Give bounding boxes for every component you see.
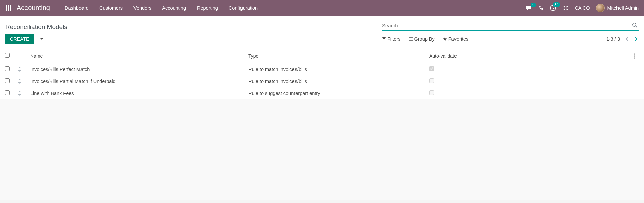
svg-rect-4 <box>8 7 9 9</box>
table-row[interactable]: Invoices/Bills Partial Match if Underpai… <box>0 75 644 87</box>
menu-dashboard[interactable]: Dashboard <box>59 0 94 16</box>
search-bar[interactable] <box>382 21 639 31</box>
favorites-button[interactable]: Favorites <box>443 36 469 42</box>
menu-accounting[interactable]: Accounting <box>157 0 192 16</box>
apps-icon[interactable] <box>5 5 12 11</box>
chevron-right-icon <box>635 37 638 41</box>
create-button[interactable]: CREATE <box>5 34 34 44</box>
cell-name: Line with Bank Fees <box>27 87 245 99</box>
table-row[interactable]: Line with Bank FeesRule to suggest count… <box>0 87 644 99</box>
col-type[interactable]: Type <box>245 49 426 63</box>
company-switcher[interactable]: CA CO <box>575 5 590 11</box>
funnel-icon <box>382 37 386 41</box>
avatar <box>596 4 605 12</box>
cell-type: Rule to match invoices/bills <box>245 63 426 75</box>
list-view: Name Type Auto-validate Invoices/Bills P… <box>0 49 644 99</box>
pager-prev[interactable] <box>625 36 629 42</box>
svg-rect-5 <box>10 7 11 9</box>
svg-rect-2 <box>10 5 11 7</box>
control-panel: Reconciliation Models CREATE Filters Gro… <box>0 16 644 49</box>
svg-rect-8 <box>10 9 11 11</box>
cell-auto <box>426 87 631 99</box>
menu-reporting[interactable]: Reporting <box>192 0 223 16</box>
pager: 1-3 / 3 <box>606 36 639 42</box>
filters-label: Filters <box>387 36 400 42</box>
svg-rect-0 <box>6 5 7 7</box>
columns-menu-icon[interactable] <box>634 53 641 59</box>
filters-button[interactable]: Filters <box>382 36 400 42</box>
drag-handle-icon[interactable] <box>15 87 27 99</box>
messages-badge: 9 <box>531 3 536 7</box>
cell-type: Rule to match invoices/bills <box>245 75 426 87</box>
col-auto[interactable]: Auto-validate <box>426 49 631 63</box>
import-icon[interactable] <box>39 36 44 42</box>
star-icon <box>443 37 447 41</box>
topnav-right: 9 34 CA CO Mitchell Admin <box>526 4 639 12</box>
auto-validate-checkbox <box>429 90 434 95</box>
messages-icon[interactable]: 9 <box>526 5 532 11</box>
col-name[interactable]: Name <box>27 49 245 63</box>
groupby-label: Group By <box>414 36 434 42</box>
table-row[interactable]: Invoices/Bills Perfect MatchRule to matc… <box>0 63 644 75</box>
svg-point-13 <box>634 57 635 58</box>
svg-point-11 <box>634 53 635 54</box>
row-checkbox[interactable] <box>5 90 10 95</box>
svg-point-12 <box>634 55 635 56</box>
row-checkbox[interactable] <box>5 66 10 71</box>
breadcrumb: Reconciliation Models <box>5 23 67 31</box>
menu-configuration[interactable]: Configuration <box>223 0 263 16</box>
svg-rect-6 <box>6 9 7 11</box>
main-menu: Dashboard Customers Vendors Accounting R… <box>59 0 263 16</box>
debug-icon[interactable] <box>562 5 569 11</box>
groupby-button[interactable]: Group By <box>409 36 434 42</box>
drag-handle-icon[interactable] <box>15 75 27 87</box>
favorites-label: Favorites <box>448 36 469 42</box>
table-header-row: Name Type Auto-validate <box>0 49 644 63</box>
top-nav: Accounting Dashboard Customers Vendors A… <box>0 0 644 16</box>
search-icon[interactable] <box>632 22 637 28</box>
chevron-left-icon <box>625 37 629 41</box>
select-all-checkbox[interactable] <box>5 53 10 58</box>
app-brand[interactable]: Accounting <box>17 4 50 12</box>
phone-icon[interactable] <box>538 5 544 11</box>
user-name: Mitchell Admin <box>607 5 639 11</box>
cell-name: Invoices/Bills Partial Match if Underpai… <box>27 75 245 87</box>
pager-next[interactable] <box>634 36 639 42</box>
cell-auto <box>426 75 631 87</box>
empty-area <box>0 99 644 200</box>
menu-vendors[interactable]: Vendors <box>128 0 157 16</box>
svg-rect-3 <box>6 7 7 9</box>
drag-handle-icon[interactable] <box>15 63 27 75</box>
cell-type: Rule to suggest counterpart entry <box>245 87 426 99</box>
user-menu[interactable]: Mitchell Admin <box>596 4 639 12</box>
activities-badge: 34 <box>553 2 560 7</box>
auto-validate-checkbox <box>429 66 434 71</box>
cell-name: Invoices/Bills Perfect Match <box>27 63 245 75</box>
activities-icon[interactable]: 34 <box>550 5 556 11</box>
svg-rect-7 <box>8 9 9 11</box>
svg-rect-1 <box>8 5 9 7</box>
search-input[interactable] <box>382 23 639 28</box>
svg-point-10 <box>633 23 636 26</box>
list-icon <box>409 37 413 41</box>
auto-validate-checkbox <box>429 78 434 83</box>
row-checkbox[interactable] <box>5 78 10 83</box>
pager-text[interactable]: 1-3 / 3 <box>606 36 620 42</box>
menu-customers[interactable]: Customers <box>94 0 128 16</box>
cell-auto <box>426 63 631 75</box>
